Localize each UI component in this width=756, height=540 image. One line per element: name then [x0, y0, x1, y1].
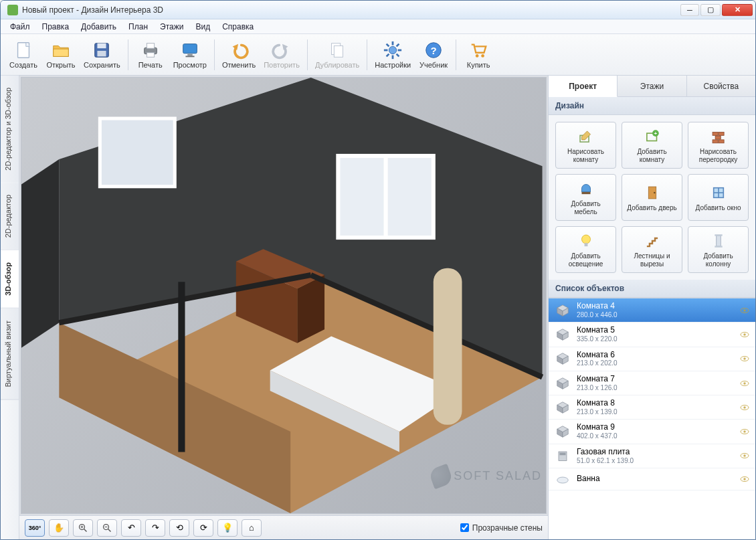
menu-2[interactable]: Добавить	[76, 21, 122, 33]
view-zoom-in-button[interactable]	[73, 519, 93, 537]
visibility-eye-icon[interactable]	[739, 353, 750, 364]
save-button[interactable]: Сохранить	[80, 36, 124, 74]
menu-4[interactable]: Этажи	[155, 21, 189, 33]
design-header: Дизайн	[549, 97, 755, 115]
object-text: Комната 6 213.0 x 202.0	[577, 351, 734, 367]
view-zoom-out-button[interactable]	[97, 519, 117, 537]
tutorial-button[interactable]: ?Учебник	[415, 36, 452, 74]
create-button[interactable]: Создать	[5, 36, 42, 74]
svg-rect-34	[100, 118, 175, 187]
visibility-eye-icon[interactable]	[739, 305, 750, 316]
menu-1[interactable]: Правка	[37, 21, 75, 33]
view-rot-right-button[interactable]: ↷	[145, 519, 165, 537]
toolbar-separator	[128, 39, 128, 70]
left-tab-2d[interactable]: 2D-редактор	[1, 183, 19, 250]
visibility-eye-icon[interactable]	[739, 329, 750, 340]
toolbar-label: Создать	[9, 61, 37, 69]
object-row[interactable]: Комната 9 402.0 x 437.0	[549, 420, 755, 444]
svg-point-107	[743, 478, 746, 480]
minimize-button[interactable]: ─	[680, 4, 699, 16]
right-tab-Этажи[interactable]: Этажи	[618, 76, 686, 96]
app-icon	[7, 5, 18, 15]
undo-button[interactable]: Отменить	[218, 36, 260, 74]
add-furn-button[interactable]: Добавить мебель	[555, 174, 616, 221]
visibility-eye-icon[interactable]	[739, 426, 750, 437]
stairs-button[interactable]: Лестницы и вырезы	[622, 226, 682, 273]
svg-rect-4	[98, 51, 106, 56]
visibility-eye-icon[interactable]	[739, 474, 750, 484]
right-panel: ПроектЭтажиСвойства Дизайн Нарисовать ко…	[548, 76, 755, 539]
menu-5[interactable]: Вид	[190, 21, 215, 33]
design-btn-label: Добавить окно	[696, 204, 741, 212]
buy-button[interactable]: Купить	[460, 36, 497, 74]
object-row[interactable]: Комната 6 213.0 x 202.0	[549, 347, 755, 371]
design-btn-label: Добавить колонну	[691, 252, 745, 268]
draw-wall-button[interactable]: Нарисовать перегородку	[688, 122, 749, 169]
object-dimensions: 51.0 x 62.1 x 139.0	[577, 457, 734, 465]
menu-3[interactable]: План	[123, 21, 153, 33]
right-tabs: ПроектЭтажиСвойства	[549, 76, 755, 97]
svg-point-105	[557, 477, 569, 483]
settings-button[interactable]: Настройки	[371, 36, 415, 74]
visibility-eye-icon[interactable]	[739, 450, 750, 461]
preview-button[interactable]: Просмотр	[169, 36, 211, 74]
add-window-button[interactable]: Добавить окно	[688, 174, 749, 221]
svg-point-75	[743, 309, 746, 312]
view-orbit-x-button[interactable]: ⟲	[169, 519, 189, 537]
viewport-3d[interactable]: SOFT SALAD	[21, 77, 547, 514]
add-column-button[interactable]: Добавить колонну	[688, 226, 749, 273]
maximize-button[interactable]: ▢	[700, 4, 721, 16]
svg-point-100	[743, 430, 746, 433]
titlebar: Новый проект - Дизайн Интерьера 3D ─ ▢ ✕	[1, 1, 755, 19]
transparent-walls-input[interactable]	[460, 523, 469, 532]
left-tabbar: 2D-редактор и 3D-обзор2D-редактор3D-обзо…	[1, 76, 19, 539]
window-title: Новый проект - Дизайн Интерьера 3D	[22, 5, 680, 15]
add-door-button[interactable]: Добавить дверь	[622, 174, 682, 221]
view-light-button[interactable]: 💡	[217, 519, 238, 537]
view-360-button[interactable]: 360°	[25, 519, 45, 537]
svg-point-66	[581, 235, 590, 244]
add-room-button[interactable]: +Добавить комнату	[622, 122, 682, 169]
left-tab-2d3d[interactable]: 2D-редактор и 3D-обзор	[1, 76, 19, 183]
svg-rect-7	[147, 53, 154, 58]
left-tab-3d[interactable]: 3D-обзор	[1, 250, 19, 308]
svg-line-23	[397, 44, 399, 47]
close-button[interactable]: ✕	[722, 4, 753, 16]
object-row[interactable]: Газовая плита 51.0 x 62.1 x 139.0	[549, 444, 755, 468]
redo-icon	[271, 40, 292, 60]
object-row[interactable]: Комната 4 280.0 x 446.0	[549, 298, 755, 323]
object-row[interactable]: Комната 7 213.0 x 126.0	[549, 371, 755, 395]
svg-rect-10	[185, 56, 194, 57]
open-button[interactable]: Открыть	[42, 36, 80, 74]
print-button[interactable]: Печать	[132, 36, 169, 74]
object-row[interactable]: Комната 8 213.0 x 139.0	[549, 395, 755, 420]
right-tab-Проект[interactable]: Проект	[549, 76, 618, 97]
object-row[interactable]: Комната 5 335.0 x 220.0	[549, 323, 755, 347]
object-row[interactable]: Ванна	[549, 468, 755, 490]
visibility-eye-icon[interactable]	[739, 402, 750, 413]
pencil-room-icon	[577, 127, 595, 146]
object-list[interactable]: Комната 4 280.0 x 446.0 Комната 5 335.0 …	[549, 298, 755, 539]
left-tab-virtual[interactable]: Виртуальный визит	[1, 308, 19, 400]
svg-rect-8	[183, 44, 197, 54]
view-orbit-y-button[interactable]: ⟳	[193, 519, 213, 537]
right-tab-Свойства[interactable]: Свойства	[687, 76, 755, 96]
object-text: Ванна	[577, 474, 734, 484]
view-home-button[interactable]: ⌂	[242, 519, 262, 537]
visibility-eye-icon[interactable]	[739, 378, 750, 389]
menu-0[interactable]: Файл	[5, 21, 35, 33]
view-rot-left-button[interactable]: ↶	[121, 519, 141, 537]
toolbar-separator	[456, 39, 456, 70]
design-btn-label: Добавить мебель	[559, 200, 613, 215]
draw-room-button[interactable]: Нарисовать комнату	[555, 122, 616, 169]
object-dimensions: 213.0 x 126.0	[577, 384, 734, 392]
toolbar-label: Учебник	[419, 61, 448, 69]
view-pan-button[interactable]: ✋	[49, 519, 69, 537]
svg-rect-59	[719, 140, 724, 143]
add-light-button[interactable]: Добавить освещение	[555, 226, 616, 273]
object-dimensions: 280.0 x 446.0	[577, 311, 734, 319]
transparent-walls-checkbox[interactable]: Прозрачные стены	[460, 523, 543, 533]
svg-point-90	[743, 382, 746, 385]
svg-point-95	[743, 406, 746, 409]
menu-6[interactable]: Справка	[217, 21, 259, 33]
